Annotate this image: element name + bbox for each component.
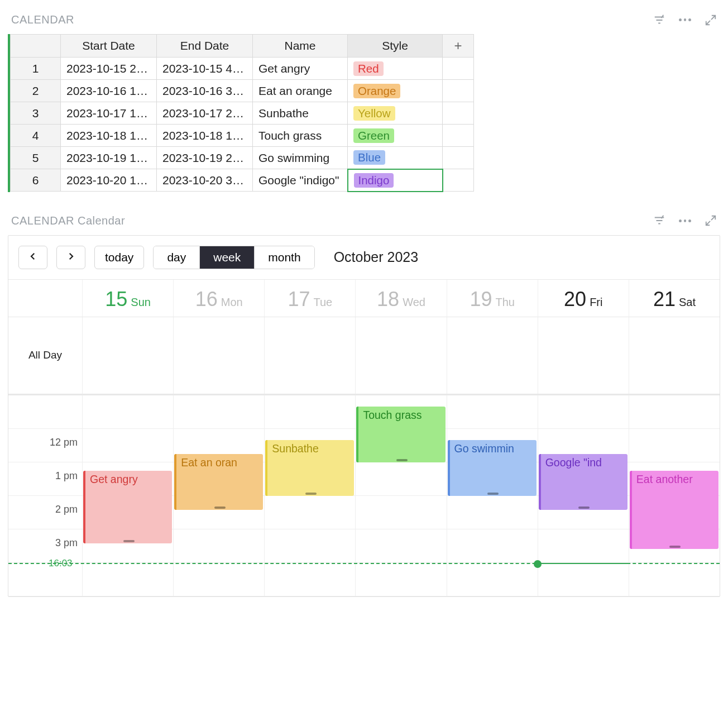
cell-start[interactable]: 2023-10-20 1… xyxy=(61,169,157,192)
table-row[interactable]: 32023-10-17 1…2023-10-17 2…SunbatheYello… xyxy=(11,102,474,125)
cell-name[interactable]: Go swimming xyxy=(253,147,348,169)
col-header-style[interactable]: Style xyxy=(348,35,443,58)
cell-style[interactable]: Blue xyxy=(348,147,443,169)
col-header-start[interactable]: Start Date xyxy=(61,35,157,58)
cell-start[interactable]: 2023-10-17 1… xyxy=(61,102,157,125)
style-tag: Red xyxy=(353,61,384,76)
all-day-cell[interactable] xyxy=(173,317,264,394)
cell-style[interactable]: Yellow xyxy=(348,102,443,125)
day-header[interactable]: 20Fri xyxy=(538,280,629,317)
day-header[interactable]: 21Sat xyxy=(629,280,720,317)
cell-end[interactable]: 2023-10-15 4… xyxy=(157,58,253,80)
cell-start[interactable]: 2023-10-18 1… xyxy=(61,125,157,147)
row-number: 6 xyxy=(11,169,61,192)
style-tag: Blue xyxy=(353,150,385,165)
day-label: Mon xyxy=(221,296,243,308)
view-day[interactable]: day xyxy=(154,246,200,269)
day-column[interactable]: Eat an oran xyxy=(173,395,264,596)
day-label: Sat xyxy=(679,296,696,308)
calendar-event[interactable]: Eat another xyxy=(630,471,719,549)
day-header[interactable]: 16Mon xyxy=(173,280,264,317)
filter-icon[interactable] xyxy=(653,14,665,26)
row-number: 5 xyxy=(11,147,61,169)
row-number: 2 xyxy=(11,80,61,102)
cell-name[interactable]: Touch grass xyxy=(253,125,348,147)
current-time-dot-icon xyxy=(534,560,542,568)
all-day-cell[interactable] xyxy=(447,317,538,394)
day-column[interactable]: Touch grass xyxy=(355,395,446,596)
more-icon[interactable] xyxy=(679,14,691,26)
cell-style[interactable]: Green xyxy=(348,125,443,147)
today-button[interactable]: today xyxy=(94,246,144,269)
cell-start[interactable]: 2023-10-15 2… xyxy=(61,58,157,80)
resize-handle-icon[interactable] xyxy=(358,459,445,461)
cell-end[interactable]: 2023-10-20 3… xyxy=(157,169,253,192)
cell-end[interactable]: 2023-10-17 2… xyxy=(157,102,253,125)
chevron-right-icon xyxy=(66,251,76,261)
day-column[interactable]: Get angry xyxy=(82,395,173,596)
all-day-cell[interactable] xyxy=(629,317,720,394)
day-header[interactable]: 18Wed xyxy=(355,280,446,317)
view-week[interactable]: week xyxy=(200,246,255,269)
cell-name[interactable]: Get angry xyxy=(253,58,348,80)
next-button[interactable] xyxy=(56,246,85,269)
day-number: 15 xyxy=(105,288,127,310)
more-icon[interactable] xyxy=(679,214,691,227)
cell-style[interactable]: Orange xyxy=(348,80,443,102)
expand-icon[interactable] xyxy=(705,214,717,227)
day-label: Wed xyxy=(403,296,425,308)
cell-name[interactable]: Sunbathe xyxy=(253,102,348,125)
data-table[interactable]: Start Date End Date Name Style + 12023-1… xyxy=(10,34,474,192)
time-label: 12 pm xyxy=(8,429,82,462)
table-row[interactable]: 52023-10-19 1…2023-10-19 2…Go swimmingBl… xyxy=(11,147,474,169)
prev-button[interactable] xyxy=(18,246,47,269)
day-column[interactable]: Go swimmin xyxy=(447,395,538,596)
table-row[interactable]: 22023-10-16 1…2023-10-16 3…Eat an orange… xyxy=(11,80,474,102)
col-header-name[interactable]: Name xyxy=(253,35,348,58)
table-row[interactable]: 42023-10-18 1…2023-10-18 1…Touch grassGr… xyxy=(11,125,474,147)
day-header[interactable]: 19Thu xyxy=(447,280,538,317)
cell-name[interactable]: Google "indigo" xyxy=(253,169,348,192)
resize-handle-icon[interactable] xyxy=(632,546,719,548)
all-day-cell[interactable] xyxy=(264,317,355,394)
calendar-event[interactable]: Touch grass xyxy=(356,407,445,462)
cell-style[interactable]: Red xyxy=(348,58,443,80)
all-day-cell[interactable] xyxy=(538,317,629,394)
table-row[interactable]: 62023-10-20 1…2023-10-20 3…Google "indig… xyxy=(11,169,474,192)
day-column[interactable]: Sunbathe xyxy=(264,395,355,596)
day-column[interactable]: Eat another xyxy=(629,395,720,596)
all-day-cell[interactable] xyxy=(355,317,446,394)
resize-handle-icon[interactable] xyxy=(267,493,354,495)
resize-handle-icon[interactable] xyxy=(176,507,263,509)
resize-handle-icon[interactable] xyxy=(450,493,537,495)
day-label: Tue xyxy=(314,296,333,308)
resize-handle-icon[interactable] xyxy=(541,507,628,509)
add-column-button[interactable]: + xyxy=(443,35,474,58)
cell-end[interactable]: 2023-10-16 3… xyxy=(157,80,253,102)
expand-icon[interactable] xyxy=(705,14,717,26)
cell-end[interactable]: 2023-10-19 2… xyxy=(157,147,253,169)
all-day-cell[interactable] xyxy=(82,317,173,394)
day-header[interactable]: 17Tue xyxy=(264,280,355,317)
calendar-header-actions xyxy=(653,214,717,227)
resize-handle-icon[interactable] xyxy=(85,540,172,542)
time-grid[interactable]: 12 pm1 pm2 pm3 pmGet angryEat an oranSun… xyxy=(8,395,720,596)
cell-start[interactable]: 2023-10-19 1… xyxy=(61,147,157,169)
event-title: Get angry xyxy=(90,473,138,485)
table-row[interactable]: 12023-10-15 2…2023-10-15 4…Get angryRed xyxy=(11,58,474,80)
filter-icon[interactable] xyxy=(653,214,665,227)
day-column[interactable]: Google "ind xyxy=(538,395,629,596)
calendar-event[interactable]: Go swimmin xyxy=(448,440,537,496)
calendar-event[interactable]: Sunbathe xyxy=(265,440,354,496)
calendar-event[interactable]: Get angry xyxy=(83,471,172,543)
view-month[interactable]: month xyxy=(255,246,314,269)
col-header-end[interactable]: End Date xyxy=(157,35,253,58)
cell-end[interactable]: 2023-10-18 1… xyxy=(157,125,253,147)
calendar-event[interactable]: Google "ind xyxy=(539,454,628,510)
calendar-toolbar: today day week month October 2023 xyxy=(8,236,720,280)
cell-name[interactable]: Eat an orange xyxy=(253,80,348,102)
cell-style[interactable]: Indigo xyxy=(348,169,443,192)
calendar-event[interactable]: Eat an oran xyxy=(174,454,263,510)
day-header[interactable]: 15Sun xyxy=(82,280,173,317)
cell-start[interactable]: 2023-10-16 1… xyxy=(61,80,157,102)
